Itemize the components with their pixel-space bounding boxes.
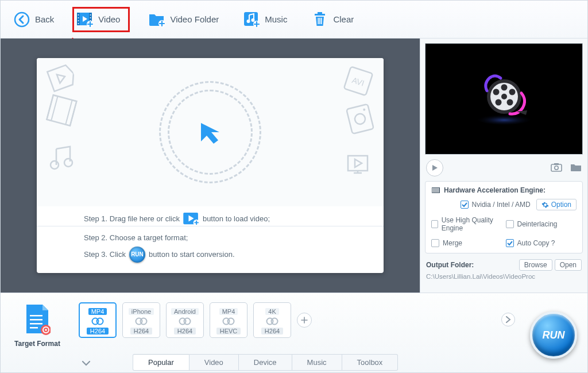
category-tab[interactable]: Video	[189, 354, 239, 371]
svg-point-7	[78, 23, 79, 24]
svg-rect-52	[435, 188, 435, 193]
svg-point-61	[45, 329, 47, 331]
category-tabs: PopularVideoDeviceMusicToolbox	[133, 354, 398, 371]
instructions: Step 1. Drag file here or click button t…	[37, 206, 384, 274]
svg-rect-50	[432, 188, 433, 193]
drop-zone-upper[interactable]: AVI	[37, 58, 384, 206]
add-format-button[interactable]	[297, 313, 312, 328]
gpu-checkbox[interactable]: Nvidia / Intel / AMD	[461, 201, 531, 209]
gear-icon	[541, 201, 549, 209]
svg-point-4	[78, 14, 79, 16]
format-preset[interactable]: Android H264	[166, 302, 204, 338]
format-preset[interactable]: iPhone H264	[122, 302, 160, 338]
svg-point-67	[184, 318, 191, 325]
folder-add-icon	[148, 11, 165, 28]
format-preset[interactable]: 4K H264	[253, 302, 291, 338]
category-tab[interactable]: Device	[239, 354, 292, 371]
engine-title: Hardware Acceleration Engine:	[444, 186, 546, 194]
target-format-label: Target Format	[10, 340, 65, 348]
back-icon	[13, 11, 30, 28]
browse-button[interactable]: Browse	[519, 259, 552, 271]
deinterlace-checkbox[interactable]: Deinterlacing	[506, 216, 577, 232]
music-add-icon	[243, 11, 260, 28]
option-button[interactable]: Option	[536, 199, 577, 210]
open-button[interactable]: Open	[555, 259, 582, 271]
svg-rect-55	[438, 188, 439, 193]
target-format-block[interactable]: Target Format	[10, 303, 65, 348]
back-label: Back	[35, 14, 54, 24]
svg-rect-27	[65, 100, 76, 126]
svg-point-65	[141, 318, 147, 325]
play-button[interactable]	[426, 159, 443, 176]
svg-rect-59	[30, 327, 38, 329]
svg-point-45	[493, 89, 499, 95]
svg-rect-22	[321, 18, 322, 24]
svg-point-29	[64, 159, 72, 167]
svg-point-42	[509, 89, 515, 95]
snapshot-icon[interactable]	[551, 163, 562, 174]
step3-pre: Step 3. Click	[84, 247, 126, 263]
add-video-folder-button[interactable]: Video Folder	[142, 7, 225, 32]
category-tab[interactable]: Popular	[133, 354, 189, 371]
preview-controls	[420, 159, 587, 180]
run-mini-icon: RUN	[129, 247, 145, 263]
svg-rect-46	[551, 164, 562, 171]
svg-point-34	[363, 108, 366, 111]
svg-rect-53	[436, 188, 436, 193]
chevron-down-icon[interactable]	[81, 358, 91, 368]
merge-checkbox[interactable]: Merge	[431, 239, 502, 247]
chip-icon	[431, 187, 440, 194]
svg-point-48	[555, 166, 558, 169]
footer: Target Format MP4 H264iPhone H264Android…	[1, 293, 587, 373]
option-label: Option	[551, 201, 571, 209]
right-sidebar: Hardware Acceleration Engine: Nvidia / I…	[420, 39, 587, 293]
svg-rect-26	[47, 95, 57, 121]
svg-point-33	[354, 113, 366, 125]
trash-icon	[311, 11, 328, 28]
category-tab[interactable]: Music	[292, 354, 342, 371]
top-toolbar: Back Video Video Folder Music Clear	[1, 1, 587, 39]
step2-text: Step 2. Choose a target format;	[84, 230, 336, 247]
formats-row: MP4 H264iPhone H264Android H264MP4 HEVC4…	[79, 302, 312, 338]
svg-point-71	[272, 318, 278, 325]
svg-rect-51	[434, 188, 434, 193]
svg-point-41	[501, 84, 507, 91]
svg-point-28	[51, 161, 59, 169]
open-folder-icon[interactable]	[570, 163, 582, 174]
scroll-right-button[interactable]	[501, 313, 515, 326]
app-logo-icon	[475, 70, 533, 128]
format-preset[interactable]: MP4 HEVC	[210, 302, 247, 338]
svg-point-6	[78, 20, 79, 21]
video-add-icon	[183, 213, 199, 225]
svg-rect-19	[318, 12, 322, 14]
add-video-button[interactable]: Video	[72, 7, 130, 32]
svg-rect-57	[30, 319, 42, 321]
format-preset[interactable]: MP4 H264	[79, 302, 117, 338]
svg-point-9	[90, 17, 91, 18]
target-format-icon	[24, 303, 51, 336]
drop-ring	[159, 81, 261, 183]
run-button[interactable]: RUN	[530, 312, 577, 359]
run-label: RUN	[543, 329, 565, 341]
svg-point-63	[97, 318, 103, 325]
svg-rect-21	[320, 18, 321, 24]
svg-point-37	[478, 114, 531, 125]
svg-rect-18	[315, 14, 325, 16]
category-tab[interactable]: Toolbox	[342, 354, 399, 371]
svg-rect-56	[30, 315, 42, 317]
output-folder-path: C:\Users\Lillian.Lai\Videos\VideoProc	[426, 273, 582, 280]
high-quality-checkbox[interactable]: Use High Quality Engine	[431, 216, 502, 232]
svg-point-5	[78, 17, 79, 18]
gpu-label: Nvidia / Intel / AMD	[472, 201, 531, 209]
back-button[interactable]: Back	[7, 7, 60, 32]
output-folder-section: Output Folder: Browse Open C:\Users\Lill…	[426, 259, 582, 280]
clear-button[interactable]: Clear	[305, 7, 359, 32]
auto-copy-checkbox[interactable]: Auto Copy ?	[506, 239, 577, 247]
hardware-engine-panel: Hardware Acceleration Engine: Nvidia / I…	[425, 181, 583, 253]
video-add-icon	[76, 11, 94, 28]
step3-post: button to start conversion.	[149, 247, 235, 263]
add-music-button[interactable]: Music	[237, 7, 293, 32]
drop-zone-area[interactable]: AVI Step 1. Drag file here or click butt…	[1, 39, 420, 293]
add-video-label: Video	[98, 14, 120, 24]
svg-point-44	[495, 99, 501, 106]
